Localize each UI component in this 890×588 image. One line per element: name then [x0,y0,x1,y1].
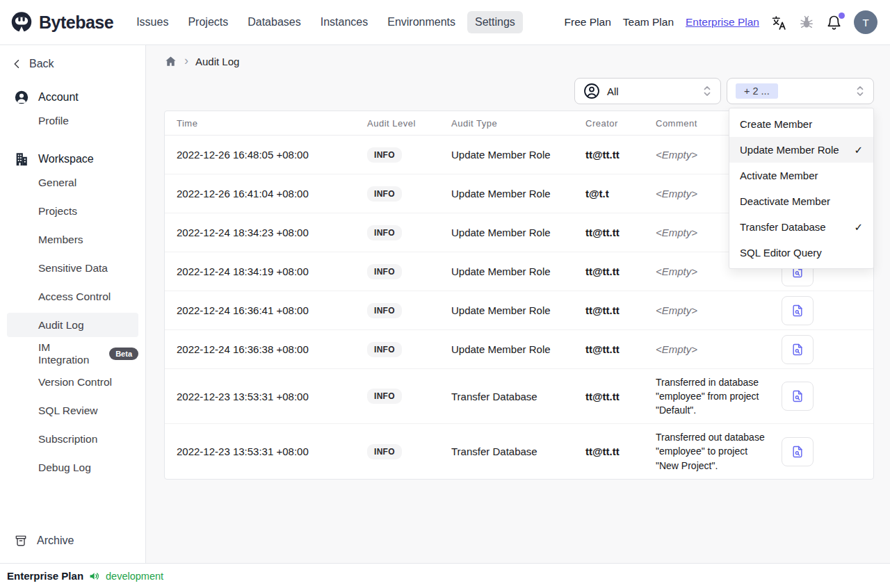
sidebar-item-version-control[interactable]: Version Control [7,370,138,394]
bytebase-logo[interactable]: Bytebase [10,10,113,34]
menu-item-update-member-role[interactable]: Update Member Role ✓ [729,137,873,163]
audit-level-badge: INFO [367,147,402,163]
nav-databases[interactable]: Databases [240,11,309,33]
menu-item-transfer-database[interactable]: Transfer Database ✓ [729,214,873,240]
nav-projects[interactable]: Projects [180,11,236,33]
translate-icon[interactable] [771,15,787,31]
sidebar-item-members[interactable]: Members [7,227,138,252]
free-plan-label[interactable]: Free Plan [565,16,611,28]
settings-sidebar: Back Account Profile [0,45,146,563]
sidebar-item-audit-log[interactable]: Audit Log [7,313,138,337]
col-header-creator: Creator [585,118,656,129]
audit-type: Update Member Role [451,227,585,238]
footer-plan-label: Enterprise Plan [7,570,83,582]
archive-box-icon [14,534,28,548]
brand-name: Bytebase [39,13,113,33]
archive-button[interactable]: Archive [0,527,145,555]
sidebar-item-access-control[interactable]: Access Control [7,284,138,309]
archive-label: Archive [37,534,74,547]
audit-type: Update Member Role [451,188,585,199]
audit-time: 2022-12-24 16:36:41 +08:00 [177,304,367,316]
audit-creator: tt@tt.tt [585,343,656,355]
audit-comment: Transferred in database "employee" from … [656,375,782,418]
audit-time: 2022-12-23 13:53:31 +08:00 [177,446,367,457]
view-payload-button[interactable] [782,296,814,325]
footer-bar: Enterprise Plan development [0,563,890,588]
audit-type: Update Member Role [451,304,585,316]
audit-type: Transfer Database [451,446,585,457]
menu-item-label: Deactivate Member [740,195,830,207]
col-header-audit-level: Audit Level [367,118,451,129]
audit-type: Update Member Role [451,343,585,355]
menu-item-label: Update Member Role [740,144,839,156]
audit-type-filter-value: + 2 ... [736,83,778,99]
nav-issues[interactable]: Issues [129,11,176,33]
sidebar-item-sensitive-data[interactable]: Sensitive Data [7,256,138,280]
sidebar-item-im-integration[interactable]: IM Integration Beta [7,341,138,366]
file-search-icon [791,389,804,403]
chevron-up-down-icon [702,84,712,98]
view-payload-button[interactable] [782,382,814,411]
chevron-up-down-icon [855,84,865,98]
notifications-bell-icon[interactable] [826,15,842,31]
audit-time: 2022-12-24 18:34:19 +08:00 [177,266,367,277]
sidebar-item-sql-review[interactable]: SQL Review [7,398,138,423]
menu-item-deactivate-member[interactable]: Deactivate Member [729,188,873,214]
view-payload-button[interactable] [782,437,814,466]
beta-badge: Beta [109,348,138,360]
audit-type-filter-select[interactable]: + 2 ... [727,78,874,104]
back-button[interactable]: Back [0,55,145,73]
top-nav: Bytebase Issues Projects Databases Insta… [0,0,890,45]
file-search-icon [791,304,804,318]
menu-item-label: SQL Editor Query [740,247,822,259]
sidebar-item-debug-log[interactable]: Debug Log [7,455,138,480]
menu-item-sql-editor-query[interactable]: SQL Editor Query [729,240,873,266]
file-search-icon [791,445,804,459]
check-icon: ✓ [854,221,863,234]
audit-type-dropdown-menu: Create Member Update Member Role ✓ Activ… [729,108,874,269]
audit-level-badge: INFO [367,225,402,240]
audit-creator: tt@tt.tt [585,266,656,277]
creator-filter-select[interactable]: All [574,78,721,104]
user-avatar[interactable]: T [854,10,877,34]
nav-settings[interactable]: Settings [467,11,523,33]
environment-label: development [106,571,163,582]
view-payload-button[interactable] [782,335,814,364]
breadcrumb-current-page: Audit Log [195,56,239,67]
main-nav-links: Issues Projects Databases Instances Envi… [129,11,523,33]
breadcrumb-separator: › [184,54,188,67]
chevron-left-icon [11,58,24,70]
account-section-header: Account [0,88,145,106]
table-row: 2022-12-23 13:53:31 +08:00 INFO Transfer… [165,424,873,479]
audit-comment: <Empty> [656,303,782,318]
im-integration-label: IM Integration [38,341,104,366]
menu-item-create-member[interactable]: Create Member [729,111,873,137]
account-section-title: Account [38,91,79,104]
audit-time: 2022-12-24 16:36:38 +08:00 [177,343,367,355]
audit-time: 2022-12-24 18:34:23 +08:00 [177,227,367,238]
building-icon [14,152,29,167]
check-icon: ✓ [854,144,863,156]
table-row: 2022-12-24 16:36:41 +08:00 INFO Update M… [165,291,873,330]
audit-log-page: › Audit Log All [146,45,890,563]
sidebar-item-projects[interactable]: Projects [7,199,138,223]
nav-environments[interactable]: Environments [380,11,463,33]
enterprise-plan-link[interactable]: Enterprise Plan [686,16,759,28]
team-plan-label[interactable]: Team Plan [623,16,674,28]
audit-comment: <Empty> [656,342,782,357]
audit-creator: tt@tt.tt [585,446,656,457]
sidebar-item-general[interactable]: General [7,170,138,195]
breadcrumb: › Audit Log [164,52,874,70]
audit-level-badge: INFO [367,303,402,318]
sidebar-item-profile[interactable]: Profile [7,108,138,133]
back-label: Back [29,58,54,70]
col-header-time: Time [177,118,367,129]
audit-type: Update Member Role [451,149,585,161]
menu-item-label: Activate Member [740,170,818,181]
sidebar-item-subscription[interactable]: Subscription [7,427,138,451]
bug-report-icon[interactable] [799,15,814,30]
menu-item-activate-member[interactable]: Activate Member [729,163,873,188]
creator-filter-value: All [607,85,619,97]
home-icon[interactable] [164,55,177,68]
nav-instances[interactable]: Instances [313,11,375,33]
